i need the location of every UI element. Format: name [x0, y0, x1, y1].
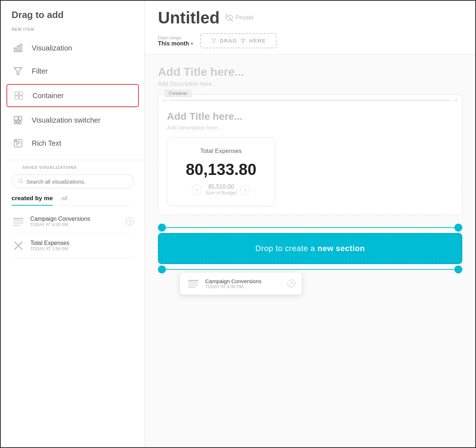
viz-expenses-info: Total Expenses TODAY AT 3:56 PM — [30, 240, 134, 251]
tab-created-by-me[interactable]: created by me — [12, 195, 53, 206]
chevron-down-icon: ▾ — [191, 41, 193, 46]
saved-visualizations-section: SAVED VISUALIZATIONS created by me all — [1, 165, 145, 258]
svg-rect-1 — [17, 46, 19, 52]
dragging-card[interactable]: Campaign Conversions TODAY AT 4:00 PM ? — [180, 272, 302, 295]
resize-handle-right[interactable]: ⊣ — [451, 98, 458, 102]
viz-campaign-time: TODAY AT 4:00 PM — [30, 222, 121, 227]
svg-rect-2 — [20, 44, 22, 52]
container-block: Container ⊢ ⊣ Add Title here... Add Desc… — [158, 95, 462, 215]
search-icon — [18, 178, 23, 185]
sidebar-title: Drag to add — [1, 9, 145, 27]
top-title-placeholder[interactable]: Add Title here... — [158, 65, 462, 79]
metric-next-button[interactable]: › — [240, 185, 250, 195]
dragging-card-icon — [186, 277, 200, 290]
drop-section-dot-bottom-left — [158, 265, 166, 273]
viz-item-total-expenses[interactable]: Total Expenses TODAY AT 3:56 PM — [12, 234, 134, 258]
drop-section-dot-bottom-right — [454, 265, 462, 273]
main-area: Untitled Private Date range This month ▾ — [145, 1, 475, 447]
switcher-icon — [12, 114, 25, 127]
svg-rect-28 — [188, 280, 198, 281]
sidebar-item-rich-text[interactable]: Rich Text — [1, 132, 145, 155]
rich-text-label: Rich Text — [32, 139, 61, 148]
container-desc-placeholder[interactable]: Add Description here... — [167, 124, 453, 131]
drop-section-resize-top — [158, 224, 462, 232]
search-input[interactable] — [26, 179, 128, 185]
date-value[interactable]: This month ▾ — [158, 40, 193, 47]
container-icon — [12, 89, 25, 102]
viz-item-campaign-conversions[interactable]: Campaign Conversions TODAY AT 4:00 PM ? — [12, 210, 134, 234]
svg-rect-4 — [15, 92, 18, 95]
svg-rect-9 — [14, 121, 16, 124]
top-desc-placeholder[interactable]: Add Description here... — [158, 81, 462, 87]
svg-rect-17 — [15, 140, 17, 142]
filter-label: Filter — [32, 67, 48, 75]
search-box[interactable] — [12, 175, 134, 188]
svg-rect-12 — [19, 117, 22, 120]
bar-chart-icon — [12, 41, 25, 54]
tab-all[interactable]: all — [61, 195, 67, 206]
eye-off-icon — [225, 14, 233, 22]
dragging-card-help[interactable]: ? — [287, 280, 295, 287]
container-title-placeholder[interactable]: Add Title here... — [167, 111, 453, 122]
private-badge: Private — [225, 14, 254, 22]
drop-section-text: Drop to create a new section — [255, 244, 365, 253]
saved-label: SAVED VISUALIZATIONS — [12, 165, 134, 175]
page-title[interactable]: Untitled — [158, 8, 220, 27]
drop-section-dot-right — [454, 224, 462, 232]
viz-campaign-help[interactable]: ? — [126, 218, 134, 225]
rich-text-icon — [12, 137, 25, 150]
container-inner: Add Title here... Add Description here..… — [158, 104, 462, 215]
svg-rect-20 — [13, 218, 23, 219]
svg-rect-0 — [14, 48, 16, 52]
svg-line-19 — [22, 182, 23, 183]
svg-rect-30 — [188, 285, 198, 286]
sidebar-item-filter[interactable]: Filter — [1, 60, 145, 83]
drag-here-text: DRAG ▽ HERE — [220, 38, 266, 44]
viz-campaign-name: Campaign Conversions — [30, 216, 121, 222]
svg-rect-29 — [188, 282, 198, 284]
sidebar-item-container[interactable]: Container — [6, 84, 139, 107]
title-row: Untitled Private — [158, 8, 462, 27]
viz-switcher-label: Visualization switcher — [32, 116, 101, 124]
resize-bar-line — [169, 100, 451, 101]
svg-rect-6 — [15, 96, 18, 99]
drag-here-box: DRAG ▽ HERE — [200, 33, 277, 48]
date-label: Date range — [158, 35, 193, 40]
sidebar-item-viz-switcher[interactable]: Visualization switcher — [1, 109, 145, 132]
drop-section-box[interactable]: Drop to create a new section — [158, 233, 462, 264]
metric-value: 80,133.80 — [186, 161, 256, 179]
resize-handle-left[interactable]: ⊢ — [162, 98, 169, 102]
svg-rect-22 — [13, 223, 23, 224]
tabs-row: created by me all — [12, 195, 134, 206]
svg-rect-10 — [17, 121, 19, 124]
main-header: Untitled Private Date range This month ▾ — [145, 1, 475, 54]
metric-secondary: ‹ 85,510.00 Sum of Budget › — [192, 184, 250, 196]
drop-section-wrapper: Drop to create a new section — [158, 224, 462, 273]
metric-label: Total Expenses — [200, 148, 242, 155]
svg-rect-11 — [19, 121, 21, 124]
sidebar-item-visualization[interactable]: Visualization — [1, 36, 145, 60]
main-content: Add Title here... Add Description here..… — [145, 54, 475, 447]
privacy-label: Private — [235, 14, 254, 21]
svg-rect-31 — [188, 287, 195, 288]
viz-list: Campaign Conversions TODAY AT 4:00 PM ? … — [12, 210, 134, 258]
container-resize-bar-top: ⊢ ⊣ — [158, 97, 462, 104]
date-range-block: Date range This month ▾ — [158, 35, 193, 47]
metric-sub-value: 85,510.00 — [206, 184, 237, 190]
filter-row: Date range This month ▾ DRAG ▽ HERE — [158, 33, 462, 54]
dragging-card-name: Campaign Conversions — [205, 278, 282, 284]
svg-marker-27 — [212, 39, 216, 43]
drop-section-line-top — [166, 227, 454, 228]
dragging-card-info: Campaign Conversions TODAY AT 4:00 PM — [205, 278, 282, 289]
svg-rect-23 — [13, 225, 21, 226]
dragging-card-time: TODAY AT 4:00 PM — [205, 284, 282, 289]
svg-marker-3 — [14, 68, 22, 75]
metric-prev-button[interactable]: ‹ — [192, 185, 202, 195]
container-label: Container — [32, 92, 64, 100]
x-icon — [12, 239, 25, 252]
svg-point-18 — [19, 179, 22, 182]
filter-icon — [12, 65, 25, 78]
viz-campaign-info: Campaign Conversions TODAY AT 4:00 PM — [30, 216, 121, 227]
drop-section-line-bottom — [166, 269, 454, 270]
svg-rect-7 — [19, 96, 22, 99]
